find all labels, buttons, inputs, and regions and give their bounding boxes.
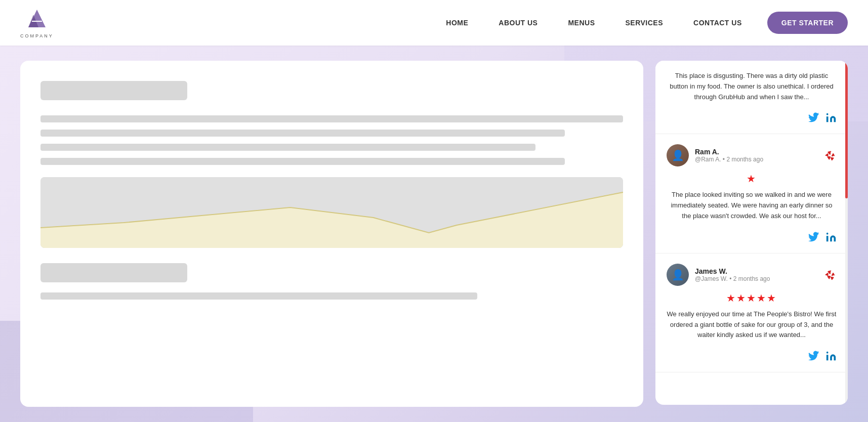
- content-title-placeholder: [40, 81, 187, 100]
- review-3-stars: ★★★★★: [667, 292, 837, 304]
- review-2-avatar: 👤: [667, 144, 689, 166]
- reviews-panel: This place is disgusting. There was a di…: [655, 61, 848, 405]
- nav-home[interactable]: HOME: [446, 19, 468, 27]
- nav-services[interactable]: SERVICES: [625, 19, 663, 27]
- logo-text: COMPANY: [20, 33, 54, 38]
- review-3-actions: [667, 348, 837, 362]
- review-item-1: This place is disgusting. There was a di…: [655, 61, 848, 134]
- review-3-text: We really enjoyed our time at The People…: [667, 309, 837, 341]
- nav-contact[interactable]: CONTACT US: [693, 19, 742, 27]
- content-line-5: [40, 292, 477, 300]
- review-2-stars: ★: [667, 173, 837, 185]
- svg-point-6: [826, 233, 829, 235]
- content-line-4: [40, 158, 565, 165]
- review-3-linkedin-icon[interactable]: [825, 351, 837, 362]
- review-1-actions: [667, 109, 837, 123]
- svg-point-7: [826, 352, 829, 354]
- logo[interactable]: COMPANY: [20, 7, 54, 38]
- scroll-indicator: [845, 61, 848, 405]
- content-title-2-placeholder: [40, 263, 187, 282]
- content-card: [20, 61, 643, 407]
- content-line-3: [40, 144, 535, 151]
- review-2-handle: @Ram A. • 2 months ago: [695, 156, 817, 163]
- review-2-yelp-icon: [823, 149, 837, 162]
- review-3-twitter-icon[interactable]: [808, 351, 819, 362]
- logo-icon: [24, 7, 50, 32]
- review-3-handle: @James W. • 2 months ago: [695, 275, 817, 282]
- review-3-name: James W.: [695, 267, 817, 275]
- review-3-info: James W. @James W. • 2 months ago: [695, 267, 817, 282]
- svg-point-5: [826, 113, 829, 115]
- page-background: This place is disgusting. There was a di…: [0, 46, 868, 422]
- review-1-twitter-icon[interactable]: [808, 112, 819, 123]
- review-3-yelp-icon: [823, 268, 837, 281]
- scroll-thumb[interactable]: [845, 61, 848, 198]
- review-3-header: 👤 James W. @James W. • 2 months ago: [667, 264, 837, 286]
- review-2-actions: [667, 229, 837, 243]
- nav-menus[interactable]: MENUS: [568, 19, 595, 27]
- chart-area: [40, 177, 623, 248]
- navbar: COMPANY HOME ABOUT US MENUS SERVICES CON…: [0, 0, 868, 46]
- nav-about[interactable]: ABOUT US: [499, 19, 538, 27]
- review-3-avatar: 👤: [667, 264, 689, 286]
- content-line-1: [40, 115, 623, 122]
- get-starter-button[interactable]: GET STARTER: [767, 12, 848, 34]
- review-item-3: 👤 James W. @James W. • 2 months ago ★★★★…: [655, 254, 848, 372]
- review-1-text: This place is disgusting. There was a di…: [667, 71, 837, 102]
- review-2-header: 👤 Ram A. @Ram A. • 2 months ago: [667, 144, 837, 166]
- content-line-2: [40, 130, 565, 137]
- review-2-text: The place looked inviting so we walked i…: [667, 190, 837, 221]
- review-2-twitter-icon[interactable]: [808, 232, 819, 243]
- review-2-info: Ram A. @Ram A. • 2 months ago: [695, 148, 817, 163]
- review-item-2: 👤 Ram A. @Ram A. • 2 months ago ★ The pl…: [655, 134, 848, 253]
- review-2-name: Ram A.: [695, 148, 817, 156]
- chart-svg: [40, 177, 623, 248]
- nav-links: HOME ABOUT US MENUS SERVICES CONTACT US: [446, 19, 741, 27]
- review-2-linkedin-icon[interactable]: [825, 232, 837, 243]
- review-1-linkedin-icon[interactable]: [825, 112, 837, 123]
